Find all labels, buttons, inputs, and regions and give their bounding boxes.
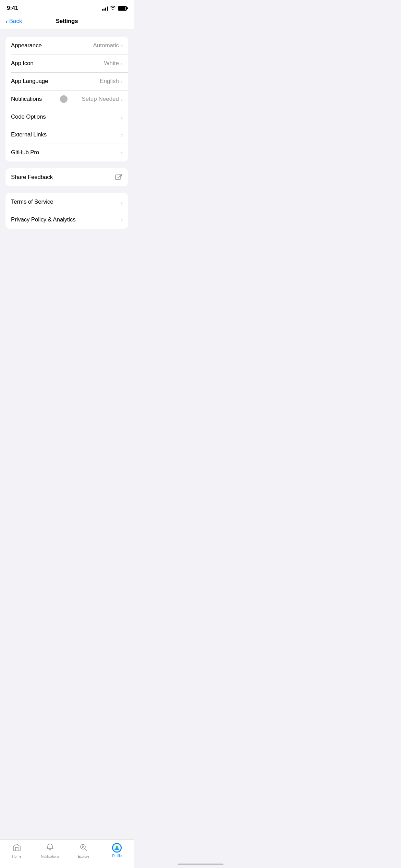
status-bar: 9:41 — [0, 0, 134, 14]
githubpro-label: GitHub Pro — [11, 149, 39, 156]
signal-icon — [102, 6, 108, 11]
nav-title: Settings — [56, 18, 78, 25]
termsofservice-value-group: › — [121, 199, 123, 205]
applanguage-value: English — [100, 78, 119, 85]
status-icons — [102, 5, 127, 11]
external-link-icon — [114, 173, 123, 181]
applanguage-chevron-icon: › — [121, 79, 123, 84]
privacypolicy-value-group: › — [121, 217, 123, 223]
status-time: 9:41 — [7, 5, 18, 12]
battery-icon — [118, 6, 127, 11]
settings-group-feedback: Share Feedback — [5, 168, 128, 186]
sharefeedback-icon-group — [114, 173, 123, 181]
githubpro-value-group: › — [121, 150, 123, 156]
externallinks-chevron-icon: › — [121, 132, 123, 138]
privacypolicy-label: Privacy Policy & Analytics — [11, 216, 75, 223]
codeoptions-value-group: › — [121, 114, 123, 120]
settings-row-appicon[interactable]: App Icon White › — [5, 55, 128, 72]
settings-row-termsofservice[interactable]: Terms of Service › — [5, 193, 128, 211]
settings-row-externallinks[interactable]: External Links › — [5, 126, 128, 144]
settings-row-privacypolicy[interactable]: Privacy Policy & Analytics › — [5, 211, 128, 229]
settings-row-appearance[interactable]: Appearance Automatic › — [5, 37, 128, 55]
notifications-value-group: Setup Needed › — [82, 96, 123, 103]
back-chevron-icon: ‹ — [5, 18, 8, 25]
settings-row-applanguage[interactable]: App Language English › — [5, 72, 128, 90]
codeoptions-label: Code Options — [11, 113, 46, 120]
settings-content: Appearance Automatic › App Icon White › … — [0, 30, 134, 263]
appicon-value-group: White › — [104, 60, 123, 67]
appearance-value: Automatic — [93, 42, 119, 49]
appearance-value-group: Automatic › — [93, 42, 123, 49]
externallinks-label: External Links — [11, 131, 47, 138]
settings-row-codeoptions[interactable]: Code Options › — [5, 108, 128, 126]
back-button[interactable]: ‹ Back — [5, 18, 22, 25]
notifications-label: Notifications — [11, 96, 42, 103]
termsofservice-label: Terms of Service — [11, 198, 53, 205]
settings-row-notifications[interactable]: Notifications Setup Needed › — [5, 90, 128, 108]
back-label: Back — [9, 18, 22, 25]
appicon-chevron-icon: › — [121, 61, 123, 67]
wifi-icon — [110, 5, 116, 11]
appearance-label: Appearance — [11, 42, 42, 49]
appearance-chevron-icon: › — [121, 43, 123, 49]
githubpro-chevron-icon: › — [121, 150, 123, 156]
applanguage-value-group: English › — [100, 78, 123, 85]
svg-rect-0 — [116, 175, 120, 180]
settings-row-githubpro[interactable]: GitHub Pro › — [5, 144, 128, 161]
notifications-value: Setup Needed — [82, 96, 119, 103]
codeoptions-chevron-icon: › — [121, 114, 123, 120]
touch-dot — [60, 95, 68, 103]
privacypolicy-chevron-icon: › — [121, 217, 123, 223]
settings-row-sharefeedback[interactable]: Share Feedback — [5, 168, 128, 186]
notifications-chevron-icon: › — [121, 96, 123, 102]
appicon-value: White — [104, 60, 119, 67]
termsofservice-chevron-icon: › — [121, 199, 123, 205]
settings-group-legal: Terms of Service › Privacy Policy & Anal… — [5, 193, 128, 229]
nav-bar: ‹ Back Settings — [0, 14, 134, 30]
appicon-label: App Icon — [11, 60, 34, 67]
applanguage-label: App Language — [11, 78, 48, 85]
settings-group-main: Appearance Automatic › App Icon White › … — [5, 37, 128, 161]
sharefeedback-label: Share Feedback — [11, 174, 53, 181]
externallinks-value-group: › — [121, 132, 123, 138]
